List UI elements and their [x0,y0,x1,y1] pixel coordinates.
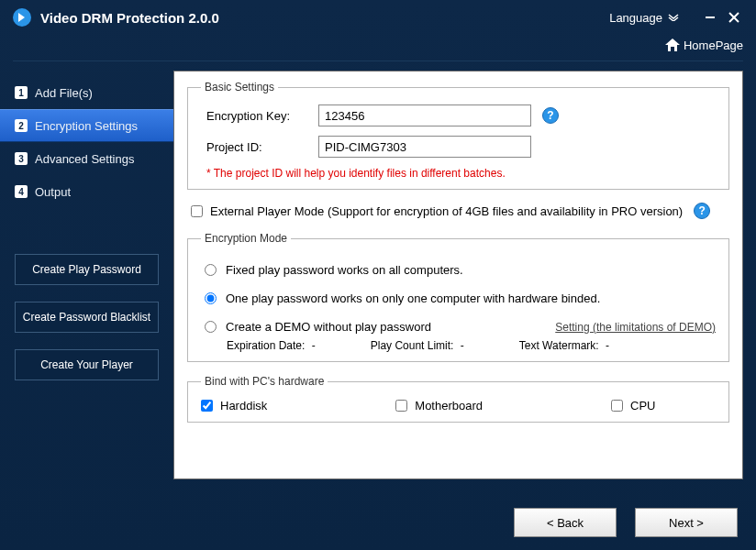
text-watermark-value: - [606,339,609,352]
bind-cpu-option[interactable]: CPU [611,399,655,412]
create-play-password-button[interactable]: Create Play Password [15,254,159,285]
bind-cpu-checkbox[interactable] [611,400,623,412]
home-icon [665,38,680,51]
external-player-label: External Player Mode (Support for encryp… [210,204,683,218]
homepage-link[interactable]: HomePage [665,38,743,52]
bind-hardware-legend: Bind with PC's hardware [201,375,328,388]
expiration-date-value: - [312,339,316,352]
chevron-down-icon [668,14,679,21]
bind-motherboard-option[interactable]: Motherboard [395,399,483,412]
basic-settings-legend: Basic Settings [201,81,278,94]
mode-demo-radio[interactable] [205,321,217,333]
nav-label: Output [35,185,71,199]
sidebar: 1 Add File(s) 2 Encryption Settings 3 Ad… [0,71,173,479]
home-bar: HomePage [0,35,756,60]
nav-item-add-files[interactable]: 1 Add File(s) [0,76,173,109]
nav-label: Encryption Settings [35,119,138,133]
encryption-mode-legend: Encryption Mode [201,232,291,245]
bind-motherboard-label: Motherboard [415,399,483,412]
language-dropdown[interactable]: Language [609,11,679,25]
bind-hardware-group: Bind with PC's hardware Harddisk Motherb… [187,375,729,423]
step-number: 4 [15,185,28,198]
mode-fixed-label: Fixed play password works on all compute… [226,263,463,277]
encryption-key-input[interactable] [318,104,531,126]
nav-label: Advanced Settings [35,152,134,166]
project-id-hint: * The project ID will help you identify … [201,167,716,180]
create-your-player-button[interactable]: Create Your Player [15,349,159,380]
create-password-blacklist-button[interactable]: Create Password Blacklist [15,302,159,333]
mode-one-label: One play password works on only one comp… [226,292,600,305]
external-player-checkbox[interactable] [191,205,203,217]
help-icon[interactable]: ? [694,203,710,219]
bind-motherboard-checkbox[interactable] [395,400,407,412]
help-icon[interactable]: ? [542,107,559,124]
back-button[interactable]: < Back [514,508,617,537]
app-title: Video DRM Protection 2.0.0 [40,10,609,26]
content-panel: Basic Settings Encryption Key: ? Project… [173,71,743,479]
play-count-label: Play Count Limit: [371,339,454,352]
step-number: 3 [15,152,28,165]
step-number: 1 [15,86,28,99]
encryption-key-label: Encryption Key: [201,109,318,123]
expiration-date-label: Expiration Date: [227,339,305,352]
nav-item-advanced-settings[interactable]: 3 Advanced Settings [0,142,173,175]
nav-item-encryption-settings[interactable]: 2 Encryption Settings [0,109,173,142]
close-button[interactable] [725,8,743,27]
footer: < Back Next > [0,495,756,550]
project-id-label: Project ID: [201,140,318,154]
title-bar: Video DRM Protection 2.0.0 Language [0,0,756,35]
mode-one-radio[interactable] [205,292,217,304]
bind-harddisk-label: Harddisk [220,399,267,412]
mode-fixed-radio[interactable] [205,264,217,276]
bind-harddisk-option[interactable]: Harddisk [201,399,267,412]
text-watermark-label: Text Watermark: [519,339,599,352]
step-number: 2 [15,119,28,132]
project-id-input[interactable] [318,136,531,158]
app-logo-icon [13,8,31,27]
mode-demo-label: Create a DEMO without play password [226,320,431,334]
minimize-button[interactable] [701,8,719,27]
next-button[interactable]: Next > [635,508,738,537]
demo-settings-link[interactable]: Setting (the limitations of DEMO) [555,321,716,334]
bind-harddisk-checkbox[interactable] [201,400,213,412]
play-count-value: - [461,339,464,352]
encryption-mode-group: Encryption Mode Fixed play password work… [187,232,729,362]
nav-item-output[interactable]: 4 Output [0,175,173,208]
nav-label: Add File(s) [35,86,93,100]
language-label: Language [609,11,662,25]
basic-settings-group: Basic Settings Encryption Key: ? Project… [187,81,729,190]
homepage-label: HomePage [684,38,743,52]
bind-cpu-label: CPU [630,399,655,412]
